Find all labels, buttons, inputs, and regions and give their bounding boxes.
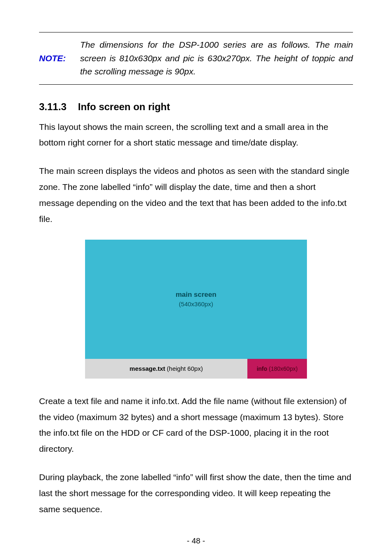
section-number: 3.11.3 xyxy=(39,101,67,113)
note-label: NOTE: xyxy=(39,38,80,79)
diagram-bottom-row: message.txt (height 60px) info (180x60px… xyxy=(85,359,307,379)
document-page: NOTE: The dimensions for the DSP-1000 se… xyxy=(0,0,392,557)
section-heading: 3.11.3Info screen on right xyxy=(39,101,353,113)
paragraph-3: Create a text file and name it info.txt.… xyxy=(39,393,353,457)
message-label: message.txt xyxy=(129,365,165,372)
diagram-main-screen-zone: main screen (540x360px) xyxy=(85,240,307,359)
note-text: The dimensions for the DSP-1000 series a… xyxy=(80,38,353,79)
main-screen-dimensions: (540x360px) xyxy=(179,300,213,307)
message-dimensions: (height 60px) xyxy=(167,365,203,372)
paragraph-4: During playback, the zone labelled “info… xyxy=(39,469,353,518)
paragraph-1: This layout shows the main screen, the s… xyxy=(39,119,353,151)
info-label: info xyxy=(257,365,267,372)
diagram-container: main screen (540x360px) message.txt (hei… xyxy=(85,240,307,379)
diagram-info-zone: info (180x60px) xyxy=(247,359,307,379)
page-number: - 48 - xyxy=(0,536,392,545)
section-title: Info screen on right xyxy=(78,101,170,112)
note-box: NOTE: The dimensions for the DSP-1000 se… xyxy=(39,32,353,85)
layout-diagram: main screen (540x360px) message.txt (hei… xyxy=(85,240,307,379)
paragraph-2: The main screen displays the videos and … xyxy=(39,163,353,227)
diagram-message-zone: message.txt (height 60px) xyxy=(85,359,247,379)
main-screen-label: main screen xyxy=(175,291,216,299)
info-dimensions: (180x60px) xyxy=(269,365,297,372)
